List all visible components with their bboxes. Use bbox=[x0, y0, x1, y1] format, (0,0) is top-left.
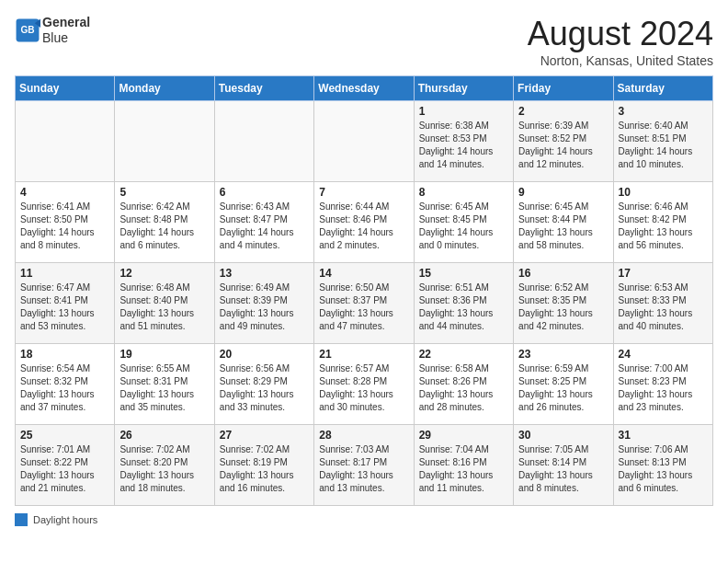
calendar-cell: 15Sunrise: 6:51 AM Sunset: 8:36 PM Dayli… bbox=[414, 263, 513, 344]
day-number: 7 bbox=[319, 186, 408, 199]
logo-text: General Blue bbox=[42, 15, 90, 46]
day-number: 5 bbox=[119, 186, 209, 199]
calendar-cell bbox=[214, 101, 313, 182]
svg-text:GB: GB bbox=[20, 25, 34, 35]
legend: Daylight hours bbox=[15, 513, 713, 526]
day-number: 8 bbox=[419, 186, 508, 199]
calendar-cell: 23Sunrise: 6:59 AM Sunset: 8:25 PM Dayli… bbox=[514, 344, 613, 425]
calendar-cell: 11Sunrise: 6:47 AM Sunset: 8:41 PM Dayli… bbox=[16, 263, 115, 344]
column-header-tuesday: Tuesday bbox=[214, 76, 313, 101]
calendar-cell bbox=[16, 101, 115, 182]
day-number: 3 bbox=[619, 105, 708, 118]
calendar-week-row: 11Sunrise: 6:47 AM Sunset: 8:41 PM Dayli… bbox=[16, 263, 713, 344]
calendar-cell: 8Sunrise: 6:45 AM Sunset: 8:45 PM Daylig… bbox=[414, 182, 513, 263]
day-info: Sunrise: 7:00 AM Sunset: 8:23 PM Dayligh… bbox=[619, 362, 708, 414]
calendar-cell: 9Sunrise: 6:45 AM Sunset: 8:44 PM Daylig… bbox=[514, 182, 613, 263]
day-info: Sunrise: 6:52 AM Sunset: 8:35 PM Dayligh… bbox=[518, 282, 608, 333]
day-info: Sunrise: 6:57 AM Sunset: 8:28 PM Dayligh… bbox=[319, 362, 408, 414]
day-info: Sunrise: 6:44 AM Sunset: 8:46 PM Dayligh… bbox=[319, 201, 408, 252]
day-number: 24 bbox=[619, 348, 708, 361]
day-info: Sunrise: 6:47 AM Sunset: 8:41 PM Dayligh… bbox=[20, 282, 109, 333]
calendar-week-row: 1Sunrise: 6:38 AM Sunset: 8:53 PM Daylig… bbox=[16, 101, 713, 182]
day-number: 6 bbox=[220, 186, 309, 199]
day-number: 2 bbox=[518, 105, 608, 118]
calendar-cell: 27Sunrise: 7:02 AM Sunset: 8:19 PM Dayli… bbox=[214, 425, 313, 506]
calendar-cell: 21Sunrise: 6:57 AM Sunset: 8:28 PM Dayli… bbox=[314, 344, 414, 425]
day-number: 9 bbox=[518, 186, 608, 199]
day-number: 11 bbox=[20, 267, 109, 280]
day-info: Sunrise: 7:01 AM Sunset: 8:22 PM Dayligh… bbox=[20, 443, 109, 495]
calendar-cell: 19Sunrise: 6:55 AM Sunset: 8:31 PM Dayli… bbox=[115, 344, 214, 425]
day-number: 23 bbox=[518, 348, 608, 361]
day-number: 22 bbox=[419, 348, 508, 361]
day-number: 12 bbox=[119, 267, 209, 280]
day-info: Sunrise: 7:03 AM Sunset: 8:17 PM Dayligh… bbox=[319, 443, 408, 495]
column-header-sunday: Sunday bbox=[16, 76, 115, 101]
calendar-week-row: 4Sunrise: 6:41 AM Sunset: 8:50 PM Daylig… bbox=[16, 182, 713, 263]
column-header-monday: Monday bbox=[115, 76, 214, 101]
column-header-wednesday: Wednesday bbox=[314, 76, 414, 101]
day-info: Sunrise: 6:55 AM Sunset: 8:31 PM Dayligh… bbox=[119, 362, 209, 414]
location: Norton, Kansas, United States bbox=[528, 53, 713, 68]
calendar-cell: 28Sunrise: 7:03 AM Sunset: 8:17 PM Dayli… bbox=[314, 425, 414, 506]
day-info: Sunrise: 6:38 AM Sunset: 8:53 PM Dayligh… bbox=[419, 120, 508, 171]
day-number: 25 bbox=[20, 429, 109, 442]
day-info: Sunrise: 7:02 AM Sunset: 8:19 PM Dayligh… bbox=[220, 443, 309, 495]
logo-general: General bbox=[42, 15, 90, 30]
calendar-cell bbox=[115, 101, 214, 182]
day-info: Sunrise: 6:49 AM Sunset: 8:39 PM Dayligh… bbox=[220, 282, 309, 333]
month-title: August 2024 bbox=[528, 15, 713, 53]
day-number: 31 bbox=[619, 429, 708, 442]
day-info: Sunrise: 6:50 AM Sunset: 8:37 PM Dayligh… bbox=[319, 282, 408, 333]
calendar-cell: 22Sunrise: 6:58 AM Sunset: 8:26 PM Dayli… bbox=[414, 344, 513, 425]
day-info: Sunrise: 7:06 AM Sunset: 8:13 PM Dayligh… bbox=[619, 443, 708, 495]
calendar-cell: 1Sunrise: 6:38 AM Sunset: 8:53 PM Daylig… bbox=[414, 101, 513, 182]
calendar-cell: 24Sunrise: 7:00 AM Sunset: 8:23 PM Dayli… bbox=[613, 344, 712, 425]
column-header-friday: Friday bbox=[514, 76, 613, 101]
calendar-cell: 16Sunrise: 6:52 AM Sunset: 8:35 PM Dayli… bbox=[514, 263, 613, 344]
day-info: Sunrise: 6:59 AM Sunset: 8:25 PM Dayligh… bbox=[518, 362, 608, 414]
day-info: Sunrise: 6:58 AM Sunset: 8:26 PM Dayligh… bbox=[419, 362, 508, 414]
day-info: Sunrise: 6:45 AM Sunset: 8:44 PM Dayligh… bbox=[518, 201, 608, 252]
calendar-cell: 3Sunrise: 6:40 AM Sunset: 8:51 PM Daylig… bbox=[613, 101, 712, 182]
day-number: 14 bbox=[319, 267, 408, 280]
calendar-cell: 7Sunrise: 6:44 AM Sunset: 8:46 PM Daylig… bbox=[314, 182, 414, 263]
column-header-thursday: Thursday bbox=[414, 76, 513, 101]
column-header-saturday: Saturday bbox=[613, 76, 712, 101]
title-block: August 2024 Norton, Kansas, United State… bbox=[528, 15, 713, 68]
day-info: Sunrise: 6:40 AM Sunset: 8:51 PM Dayligh… bbox=[619, 120, 708, 171]
day-number: 13 bbox=[220, 267, 309, 280]
calendar-cell: 18Sunrise: 6:54 AM Sunset: 8:32 PM Dayli… bbox=[16, 344, 115, 425]
calendar-cell: 6Sunrise: 6:43 AM Sunset: 8:47 PM Daylig… bbox=[214, 182, 313, 263]
calendar-header-row: SundayMondayTuesdayWednesdayThursdayFrid… bbox=[16, 76, 713, 101]
day-number: 1 bbox=[419, 105, 508, 118]
calendar-cell: 2Sunrise: 6:39 AM Sunset: 8:52 PM Daylig… bbox=[514, 101, 613, 182]
calendar-week-row: 25Sunrise: 7:01 AM Sunset: 8:22 PM Dayli… bbox=[16, 425, 713, 506]
calendar-cell: 30Sunrise: 7:05 AM Sunset: 8:14 PM Dayli… bbox=[514, 425, 613, 506]
calendar-cell: 12Sunrise: 6:48 AM Sunset: 8:40 PM Dayli… bbox=[115, 263, 214, 344]
day-number: 27 bbox=[220, 429, 309, 442]
calendar-cell: 13Sunrise: 6:49 AM Sunset: 8:39 PM Dayli… bbox=[214, 263, 313, 344]
calendar-cell: 31Sunrise: 7:06 AM Sunset: 8:13 PM Dayli… bbox=[613, 425, 712, 506]
day-info: Sunrise: 6:54 AM Sunset: 8:32 PM Dayligh… bbox=[20, 362, 109, 414]
day-number: 29 bbox=[419, 429, 508, 442]
calendar-week-row: 18Sunrise: 6:54 AM Sunset: 8:32 PM Dayli… bbox=[16, 344, 713, 425]
calendar-cell bbox=[314, 101, 414, 182]
day-number: 10 bbox=[619, 186, 708, 199]
calendar-cell: 10Sunrise: 6:46 AM Sunset: 8:42 PM Dayli… bbox=[613, 182, 712, 263]
day-info: Sunrise: 6:56 AM Sunset: 8:29 PM Dayligh… bbox=[220, 362, 309, 414]
day-info: Sunrise: 6:53 AM Sunset: 8:33 PM Dayligh… bbox=[619, 282, 708, 333]
day-info: Sunrise: 7:02 AM Sunset: 8:20 PM Dayligh… bbox=[119, 443, 209, 495]
calendar-cell: 4Sunrise: 6:41 AM Sunset: 8:50 PM Daylig… bbox=[16, 182, 115, 263]
day-number: 18 bbox=[20, 348, 109, 361]
day-number: 28 bbox=[319, 429, 408, 442]
day-number: 19 bbox=[119, 348, 209, 361]
calendar-cell: 25Sunrise: 7:01 AM Sunset: 8:22 PM Dayli… bbox=[16, 425, 115, 506]
day-info: Sunrise: 6:43 AM Sunset: 8:47 PM Dayligh… bbox=[220, 201, 309, 252]
day-number: 4 bbox=[20, 186, 109, 199]
calendar-cell: 26Sunrise: 7:02 AM Sunset: 8:20 PM Dayli… bbox=[115, 425, 214, 506]
legend-label: Daylight hours bbox=[33, 514, 97, 525]
calendar-cell: 20Sunrise: 6:56 AM Sunset: 8:29 PM Dayli… bbox=[214, 344, 313, 425]
page-header: GB General Blue August 2024 Norton, Kans… bbox=[15, 15, 713, 68]
logo-blue: Blue bbox=[42, 30, 90, 46]
